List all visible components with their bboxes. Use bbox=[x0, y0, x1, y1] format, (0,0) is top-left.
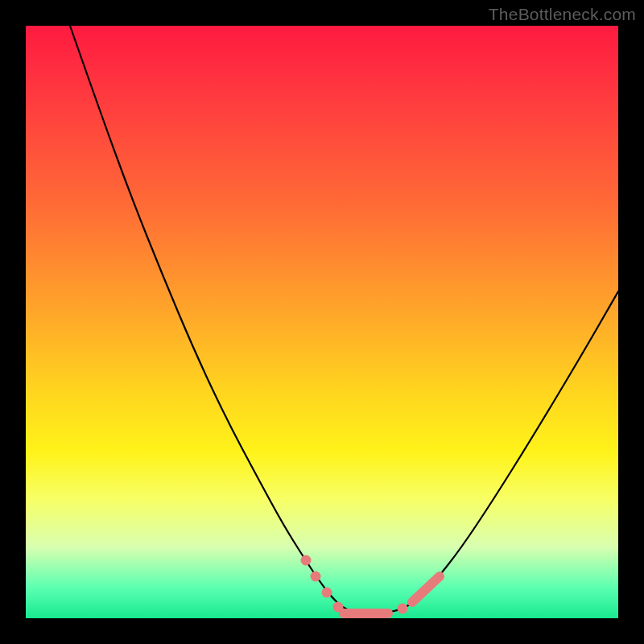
marker-dot bbox=[398, 604, 408, 614]
curve-overlay bbox=[26, 26, 618, 618]
marker-dot bbox=[301, 555, 312, 566]
bottleneck-curve bbox=[70, 26, 618, 613]
marker-dot bbox=[322, 588, 332, 598]
plot-area bbox=[26, 26, 618, 618]
marker-dot bbox=[311, 572, 321, 582]
marker-segment bbox=[412, 576, 440, 602]
watermark-text: TheBottleneck.com bbox=[489, 5, 636, 24]
chart-frame: TheBottleneck.com bbox=[0, 0, 644, 644]
